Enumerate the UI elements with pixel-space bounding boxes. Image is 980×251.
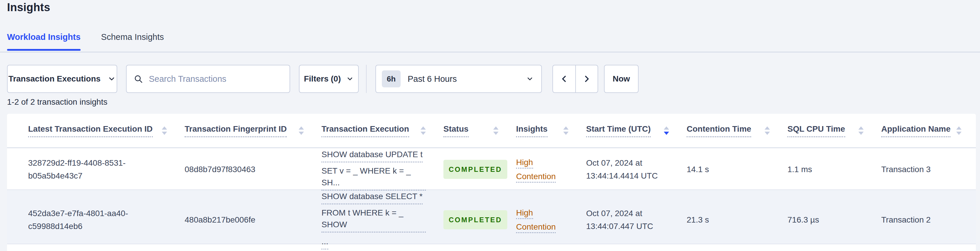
- sort-arrows-icon: [759, 126, 770, 135]
- results-summary: 1-2 of 2 transaction insights: [7, 98, 107, 107]
- insights-table: Latest Transaction Execution ID Transact…: [7, 114, 976, 251]
- now-label: Now: [612, 74, 630, 83]
- transaction-execution-link[interactable]: SHOW database UPDATE t: [321, 149, 423, 163]
- sort-arrows-icon: [156, 126, 167, 135]
- cell-transaction-execution: SHOW database SELECT * FROM t WHERE k = …: [321, 190, 444, 249]
- execution-type-label: Transaction Executions: [8, 74, 100, 83]
- cell-contention-time: 21.3 s: [687, 213, 788, 226]
- cell-sql-cpu-time: 716.3 µs: [788, 213, 881, 226]
- filters-label: Filters (0): [304, 74, 341, 83]
- transaction-execution-link[interactable]: ...: [321, 236, 328, 249]
- cell-execution-id: 328729d2-ff19-4408-8531-b05a5b4e43c7: [7, 157, 185, 182]
- search-icon: [134, 74, 143, 83]
- column-header-application-name[interactable]: Application Name: [881, 114, 976, 147]
- column-header-status[interactable]: Status: [444, 114, 516, 147]
- cell-execution-id: 452da3e7-e7fa-4801-aa40-c59988d14eb6: [7, 207, 185, 233]
- sort-arrows-icon: [293, 126, 304, 135]
- chevron-down-icon: [108, 75, 116, 83]
- sort-arrows-icon: [415, 126, 426, 135]
- column-header-insights[interactable]: Insights: [516, 114, 586, 147]
- column-header-transaction-execution[interactable]: Transaction Execution: [321, 114, 444, 147]
- sort-arrows-icon: [557, 126, 568, 135]
- transaction-execution-link[interactable]: SET v = _ WHERE k = _ SH...: [321, 165, 426, 190]
- insight-link[interactable]: High Contention: [516, 208, 556, 233]
- chevron-left-icon: [560, 74, 568, 84]
- cell-start-time: Oct 07, 2024 at 13:44:07.447 UTC: [586, 207, 687, 233]
- tabs-bar: Workload Insights Schema Insights: [0, 32, 980, 53]
- tab-workload-insights[interactable]: Workload Insights: [7, 32, 81, 51]
- status-badge: COMPLETED: [444, 160, 507, 179]
- time-range-dropdown[interactable]: 6h Past 6 Hours: [375, 65, 542, 93]
- filters-button[interactable]: Filters (0): [299, 65, 359, 93]
- tabs-divider: [0, 51, 980, 53]
- table-header-row: Latest Transaction Execution ID Transact…: [7, 114, 976, 148]
- cell-status: COMPLETED: [444, 160, 516, 179]
- execution-type-dropdown[interactable]: Transaction Executions: [7, 65, 117, 93]
- cell-insights: High Contention: [516, 206, 586, 234]
- cell-fingerprint-id: 08d8b7d97f830463: [185, 163, 321, 176]
- tab-schema-insights[interactable]: Schema Insights: [101, 32, 164, 51]
- chevron-down-icon: [346, 75, 354, 83]
- cell-insights: High Contention: [516, 155, 586, 184]
- cell-sql-cpu-time: 1.1 ms: [788, 163, 881, 176]
- sort-arrows-icon: [658, 126, 669, 135]
- cell-status: COMPLETED: [444, 210, 516, 229]
- cell-contention-time: 14.1 s: [687, 163, 788, 176]
- cell-application-name: Transaction 3: [881, 163, 976, 176]
- chevron-right-icon: [582, 74, 591, 84]
- cell-fingerprint-id: 480a8b217be006fe: [185, 213, 321, 226]
- table-row: 328729d2-ff19-4408-8531-b05a5b4e43c7 08d…: [7, 148, 976, 190]
- next-time-range-button[interactable]: [575, 66, 598, 93]
- time-step-group: [552, 65, 598, 93]
- status-badge: COMPLETED: [444, 210, 507, 229]
- transaction-execution-link[interactable]: FROM t WHERE k = _ SHOW: [321, 207, 426, 232]
- search-input[interactable]: [148, 74, 283, 84]
- sort-arrows-icon: [853, 126, 864, 135]
- toolbar: Transaction Executions Filters (0) 6h Pa…: [7, 65, 639, 93]
- table-row: 452da3e7-e7fa-4801-aa40-c59988d14eb6 480…: [7, 190, 976, 244]
- sort-arrows-icon: [950, 126, 961, 135]
- column-header-latest-transaction-execution-id[interactable]: Latest Transaction Execution ID: [7, 114, 185, 147]
- cell-transaction-execution: SHOW database UPDATE t SET v = _ WHERE k…: [321, 148, 444, 190]
- time-range-badge: 6h: [382, 70, 401, 87]
- now-button[interactable]: Now: [604, 65, 639, 93]
- cell-start-time: Oct 07, 2024 at 13:44:14.4414 UTC: [586, 157, 687, 182]
- chevron-down-icon: [526, 75, 534, 83]
- cell-application-name: Transaction 2: [881, 213, 976, 226]
- column-header-transaction-fingerprint-id[interactable]: Transaction Fingerprint ID: [185, 114, 321, 147]
- sort-arrows-icon: [487, 126, 498, 135]
- time-range-label: Past 6 Hours: [408, 74, 526, 84]
- toolbar-divider: [366, 65, 367, 93]
- column-header-contention-time[interactable]: Contention Time: [687, 114, 788, 147]
- insight-link[interactable]: High Contention: [516, 158, 556, 183]
- column-header-sql-cpu-time[interactable]: SQL CPU Time: [788, 114, 881, 147]
- column-header-start-time[interactable]: Start Time (UTC): [586, 114, 687, 147]
- page-title: Insights: [7, 1, 50, 14]
- search-box: [126, 65, 290, 93]
- transaction-execution-link[interactable]: SHOW database SELECT *: [321, 190, 423, 205]
- previous-time-range-button[interactable]: [553, 66, 575, 93]
